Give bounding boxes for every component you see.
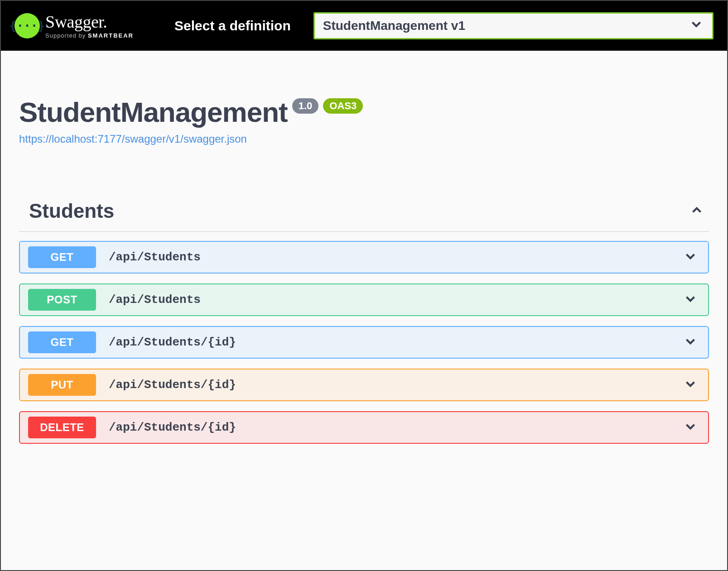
api-title: StudentManagement: [19, 96, 288, 128]
api-title-row: StudentManagement 1.0 OAS3: [19, 96, 709, 128]
swagger-logo-icon: {···}: [14, 13, 40, 38]
http-method-badge: GET: [28, 331, 96, 353]
http-method-badge: PUT: [28, 374, 96, 396]
operation-path: /api/Students/{id}: [109, 378, 236, 392]
http-method-badge: DELETE: [28, 417, 96, 438]
main-content: StudentManagement 1.0 OAS3 https://local…: [1, 51, 727, 462]
chevron-down-icon: [683, 249, 698, 266]
select-definition-label: Select a definition: [174, 18, 291, 34]
supported-prefix: Supported by: [45, 32, 88, 39]
topbar: {···} Swagger. Supported by SMARTBEAR Se…: [1, 1, 727, 51]
definition-select[interactable]: StudentManagement v1: [313, 12, 714, 39]
operation-path: /api/Students/{id}: [109, 421, 236, 434]
chevron-up-icon: [689, 202, 704, 220]
spec-url-link[interactable]: https://localhost:7177/swagger/v1/swagge…: [19, 133, 709, 145]
smartbear-brand: SMARTBEAR: [88, 32, 134, 39]
operation-list: GET/api/StudentsPOST/api/StudentsGET/api…: [19, 241, 709, 444]
oas-badge: OAS3: [323, 98, 363, 114]
tag-name: Students: [29, 200, 114, 222]
swagger-logo: {···} Swagger. Supported by SMARTBEAR: [14, 13, 134, 39]
operation-get-0[interactable]: GET/api/Students: [19, 241, 709, 274]
chevron-down-icon: [689, 17, 704, 35]
operation-path: /api/Students: [109, 250, 201, 264]
operation-path: /api/Students: [109, 293, 201, 307]
swagger-wordmark: Swagger.: [45, 13, 134, 30]
version-badge: 1.0: [292, 98, 319, 114]
operation-post-1[interactable]: POST/api/Students: [19, 283, 709, 316]
chevron-down-icon: [683, 376, 698, 393]
http-method-badge: POST: [28, 289, 96, 311]
chevron-down-icon: [683, 334, 698, 351]
http-method-badge: GET: [28, 246, 96, 268]
tag-header-students[interactable]: Students: [19, 200, 709, 232]
tag-section-students: Students GET/api/StudentsPOST/api/Studen…: [19, 200, 709, 444]
operation-delete-4[interactable]: DELETE/api/Students/{id}: [19, 411, 709, 444]
operation-put-3[interactable]: PUT/api/Students/{id}: [19, 369, 709, 401]
operation-get-2[interactable]: GET/api/Students/{id}: [19, 326, 709, 359]
chevron-down-icon: [683, 419, 698, 436]
definition-selected-value: StudentManagement v1: [323, 19, 465, 33]
chevron-down-icon: [683, 291, 698, 308]
logo-text-block: Swagger. Supported by SMARTBEAR: [45, 13, 134, 39]
supported-by-label: Supported by SMARTBEAR: [45, 32, 134, 39]
operation-path: /api/Students/{id}: [109, 336, 236, 349]
